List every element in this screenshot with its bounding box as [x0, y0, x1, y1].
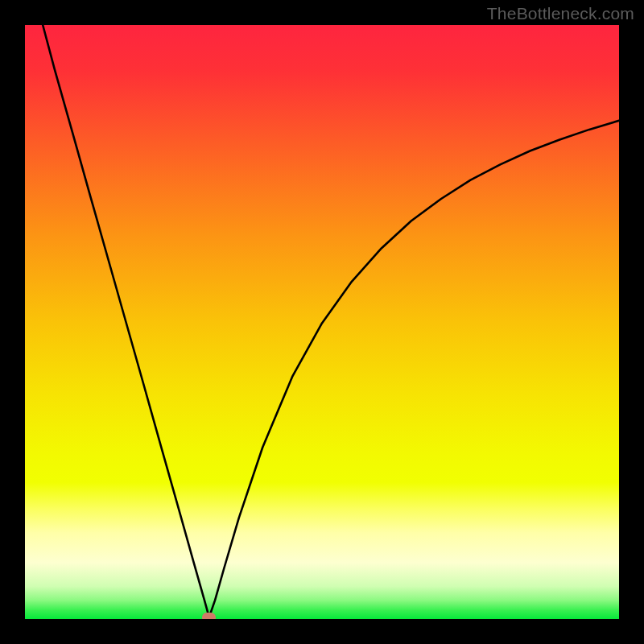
background-gradient [25, 25, 619, 619]
watermark-text: TheBottleneck.com [487, 4, 634, 23]
chart-frame: TheBottleneck.com [0, 0, 644, 644]
plot-area [25, 25, 619, 619]
optimal-point-marker [202, 613, 216, 619]
svg-rect-0 [25, 25, 619, 619]
